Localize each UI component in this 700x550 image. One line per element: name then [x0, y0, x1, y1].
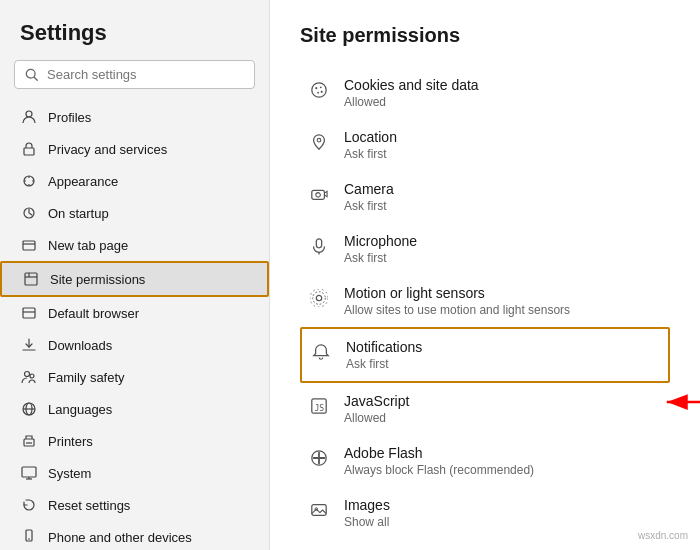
system-icon	[20, 464, 38, 482]
permission-name-adobe-flash: Adobe Flash	[344, 445, 534, 461]
sidebar-item-label-site-permissions: Site permissions	[50, 272, 145, 287]
svg-line-1	[34, 77, 37, 80]
sidebar-item-label-reset: Reset settings	[48, 498, 130, 513]
svg-text:JS: JS	[315, 403, 325, 413]
permission-sub-images: Show all	[344, 515, 390, 529]
motion-icon	[308, 287, 330, 309]
sidebar-item-reset[interactable]: Reset settings	[0, 489, 269, 521]
permission-name-microphone: Microphone	[344, 233, 417, 249]
svg-rect-6	[23, 241, 35, 250]
permission-sub-javascript: Allowed	[344, 411, 409, 425]
permission-item-adobe-flash[interactable]: Adobe FlashAlways block Flash (recommend…	[300, 435, 670, 487]
permission-name-images: Images	[344, 497, 390, 513]
svg-point-40	[316, 295, 321, 300]
permission-text-motion: Motion or light sensorsAllow sites to us…	[344, 285, 570, 317]
sidebar-title: Settings	[0, 20, 269, 60]
svg-rect-8	[25, 273, 37, 285]
permissions-list: Cookies and site dataAllowedLocationAsk …	[300, 67, 670, 539]
permission-item-cookies[interactable]: Cookies and site dataAllowed	[300, 67, 670, 119]
svg-point-32	[320, 86, 322, 88]
camera-icon	[308, 183, 330, 205]
permission-item-location[interactable]: LocationAsk first	[300, 119, 670, 171]
sidebar-item-printers[interactable]: Printers	[0, 425, 269, 457]
reset-icon	[20, 496, 38, 514]
sidebar-item-label-phone: Phone and other devices	[48, 530, 192, 545]
sidebar-item-downloads[interactable]: Downloads	[0, 329, 269, 361]
javascript-icon: JS	[308, 395, 330, 417]
svg-point-16	[30, 374, 34, 378]
profiles-icon	[20, 108, 38, 126]
permission-text-javascript: JavaScriptAllowed	[344, 393, 409, 425]
svg-rect-3	[24, 148, 34, 155]
permission-sub-adobe-flash: Always block Flash (recommended)	[344, 463, 534, 477]
permission-text-microphone: MicrophoneAsk first	[344, 233, 417, 265]
sidebar-item-languages[interactable]: Languages	[0, 393, 269, 425]
location-icon	[308, 131, 330, 153]
svg-rect-11	[23, 308, 35, 318]
notifications-icon	[310, 341, 332, 363]
sidebar-item-profiles[interactable]: Profiles	[0, 101, 269, 133]
permission-text-cookies: Cookies and site dataAllowed	[344, 77, 479, 109]
nav-list: ProfilesPrivacy and servicesAppearanceOn…	[0, 101, 269, 550]
svg-point-33	[317, 92, 319, 94]
permission-text-images: ImagesShow all	[344, 497, 390, 529]
search-box[interactable]	[14, 60, 255, 89]
appearance-icon	[20, 172, 38, 190]
permission-name-camera: Camera	[344, 181, 394, 197]
permission-text-adobe-flash: Adobe FlashAlways block Flash (recommend…	[344, 445, 534, 477]
search-input[interactable]	[47, 67, 244, 82]
sidebar-item-label-privacy: Privacy and services	[48, 142, 167, 157]
sidebar-item-label-system: System	[48, 466, 91, 481]
content-panel: Site permissions Cookies and site dataAl…	[270, 0, 700, 550]
permissions-container: Cookies and site dataAllowedLocationAsk …	[300, 67, 670, 539]
sidebar-item-on-startup[interactable]: On startup	[0, 197, 269, 229]
svg-point-15	[25, 372, 30, 377]
printers-icon	[20, 432, 38, 450]
permission-sub-microphone: Ask first	[344, 251, 417, 265]
sidebar-item-label-on-startup: On startup	[48, 206, 109, 221]
content-title: Site permissions	[300, 24, 670, 47]
permission-item-microphone[interactable]: MicrophoneAsk first	[300, 223, 670, 275]
sidebar-item-label-languages: Languages	[48, 402, 112, 417]
svg-rect-38	[316, 239, 321, 248]
permission-text-notifications: NotificationsAsk first	[346, 339, 422, 371]
sidebar-item-site-permissions[interactable]: Site permissions	[0, 261, 269, 297]
new-tab-icon	[20, 236, 38, 254]
permission-sub-notifications: Ask first	[346, 357, 422, 371]
svg-point-31	[315, 87, 317, 89]
permission-item-javascript[interactable]: JSJavaScriptAllowed	[300, 383, 670, 435]
sidebar-item-label-profiles: Profiles	[48, 110, 91, 125]
downloads-icon	[20, 336, 38, 354]
default-browser-icon	[20, 304, 38, 322]
sidebar-item-default-browser[interactable]: Default browser	[0, 297, 269, 329]
permission-item-camera[interactable]: CameraAsk first	[300, 171, 670, 223]
sidebar: Settings ProfilesPrivacy and servicesApp…	[0, 0, 270, 550]
svg-rect-22	[22, 467, 36, 477]
on-startup-icon	[20, 204, 38, 222]
microphone-icon	[308, 235, 330, 257]
permission-item-motion[interactable]: Motion or light sensorsAllow sites to us…	[300, 275, 670, 327]
permission-sub-motion: Allow sites to use motion and light sens…	[344, 303, 570, 317]
languages-icon	[20, 400, 38, 418]
svg-point-41	[313, 292, 326, 305]
sidebar-item-label-new-tab: New tab page	[48, 238, 128, 253]
sidebar-item-appearance[interactable]: Appearance	[0, 165, 269, 197]
sidebar-item-family-safety[interactable]: Family safety	[0, 361, 269, 393]
permission-text-camera: CameraAsk first	[344, 181, 394, 213]
phone-icon	[20, 528, 38, 546]
permission-item-notifications[interactable]: NotificationsAsk first	[300, 327, 670, 383]
sidebar-item-system[interactable]: System	[0, 457, 269, 489]
sidebar-item-label-default-browser: Default browser	[48, 306, 139, 321]
sidebar-item-phone[interactable]: Phone and other devices	[0, 521, 269, 550]
sidebar-item-new-tab[interactable]: New tab page	[0, 229, 269, 261]
permission-name-notifications: Notifications	[346, 339, 422, 355]
family-safety-icon	[20, 368, 38, 386]
privacy-icon	[20, 140, 38, 158]
permission-text-location: LocationAsk first	[344, 129, 397, 161]
permission-item-images[interactable]: ImagesShow all	[300, 487, 670, 539]
svg-point-34	[321, 91, 323, 93]
permission-name-motion: Motion or light sensors	[344, 285, 570, 301]
images-icon	[308, 499, 330, 521]
sidebar-item-privacy[interactable]: Privacy and services	[0, 133, 269, 165]
svg-point-30	[312, 83, 326, 97]
